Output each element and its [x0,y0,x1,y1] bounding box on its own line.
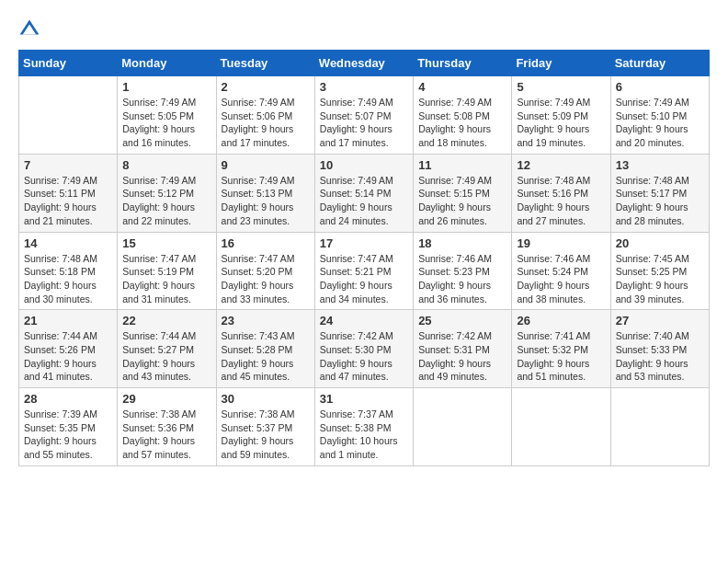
day-info: Sunrise: 7:49 AM Sunset: 5:09 PM Dayligh… [517,96,605,150]
day-info: Sunrise: 7:46 AM Sunset: 5:24 PM Dayligh… [517,252,605,306]
day-info: Sunrise: 7:46 AM Sunset: 5:23 PM Dayligh… [418,252,506,306]
calendar-week-row: 14Sunrise: 7:48 AM Sunset: 5:18 PM Dayli… [19,232,710,310]
day-of-week-header: Sunday [19,51,118,76]
day-number: 25 [418,314,506,327]
calendar-cell: 2Sunrise: 7:49 AM Sunset: 5:06 PM Daylig… [216,76,314,155]
calendar-week-row: 21Sunrise: 7:44 AM Sunset: 5:26 PM Dayli… [19,310,710,388]
day-number: 2 [222,80,310,94]
day-info: Sunrise: 7:49 AM Sunset: 5:10 PM Dayligh… [616,96,704,150]
day-number: 12 [517,158,605,172]
calendar-cell: 13Sunrise: 7:48 AM Sunset: 5:17 PM Dayli… [610,154,709,232]
day-number: 22 [122,314,210,327]
day-info: Sunrise: 7:49 AM Sunset: 5:05 PM Dayligh… [122,96,210,150]
calendar-cell: 15Sunrise: 7:47 AM Sunset: 5:19 PM Dayli… [118,232,216,310]
calendar-cell [512,388,610,466]
day-of-week-header: Tuesday [216,51,314,76]
calendar-cell: 30Sunrise: 7:38 AM Sunset: 5:37 PM Dayli… [216,388,314,466]
calendar-cell: 28Sunrise: 7:39 AM Sunset: 5:35 PM Dayli… [19,388,118,466]
calendar-cell: 21Sunrise: 7:44 AM Sunset: 5:26 PM Dayli… [19,310,118,388]
day-number: 31 [320,392,408,406]
day-of-week-header: Thursday [414,51,512,76]
day-info: Sunrise: 7:49 AM Sunset: 5:06 PM Dayligh… [222,96,310,150]
day-number: 24 [320,314,408,327]
calendar-cell [610,388,709,466]
calendar-table: SundayMondayTuesdayWednesdayThursdayFrid… [18,50,710,466]
day-info: Sunrise: 7:38 AM Sunset: 5:37 PM Dayligh… [222,408,310,462]
calendar-cell: 16Sunrise: 7:47 AM Sunset: 5:20 PM Dayli… [216,232,314,310]
day-info: Sunrise: 7:43 AM Sunset: 5:28 PM Dayligh… [222,329,310,384]
day-of-week-header: Monday [118,51,216,76]
day-number: 18 [418,236,506,250]
calendar-cell: 6Sunrise: 7:49 AM Sunset: 5:10 PM Daylig… [610,76,709,155]
logo-icon [18,18,40,40]
logo [18,18,44,40]
day-info: Sunrise: 7:49 AM Sunset: 5:15 PM Dayligh… [418,174,506,228]
day-info: Sunrise: 7:48 AM Sunset: 5:16 PM Dayligh… [517,174,605,228]
calendar-week-row: 1Sunrise: 7:49 AM Sunset: 5:05 PM Daylig… [19,76,710,155]
calendar-cell: 7Sunrise: 7:49 AM Sunset: 5:11 PM Daylig… [19,154,118,232]
day-number: 10 [320,158,408,172]
day-number: 27 [616,314,704,327]
day-info: Sunrise: 7:42 AM Sunset: 5:31 PM Dayligh… [418,329,506,384]
header [18,18,710,40]
calendar-cell: 17Sunrise: 7:47 AM Sunset: 5:21 PM Dayli… [314,232,413,310]
day-info: Sunrise: 7:49 AM Sunset: 5:07 PM Dayligh… [320,96,408,150]
calendar-cell: 22Sunrise: 7:44 AM Sunset: 5:27 PM Dayli… [118,310,216,388]
calendar-cell: 23Sunrise: 7:43 AM Sunset: 5:28 PM Dayli… [216,310,314,388]
calendar-week-row: 28Sunrise: 7:39 AM Sunset: 5:35 PM Dayli… [19,388,710,466]
calendar-cell: 24Sunrise: 7:42 AM Sunset: 5:30 PM Dayli… [314,310,413,388]
day-number: 14 [24,236,112,250]
calendar-cell: 25Sunrise: 7:42 AM Sunset: 5:31 PM Dayli… [414,310,512,388]
day-number: 21 [24,314,112,327]
calendar-cell: 5Sunrise: 7:49 AM Sunset: 5:09 PM Daylig… [512,76,610,155]
day-info: Sunrise: 7:49 AM Sunset: 5:08 PM Dayligh… [418,96,506,150]
day-info: Sunrise: 7:40 AM Sunset: 5:33 PM Dayligh… [616,329,704,384]
day-number: 3 [320,80,408,94]
calendar-cell: 27Sunrise: 7:40 AM Sunset: 5:33 PM Dayli… [610,310,709,388]
day-info: Sunrise: 7:49 AM Sunset: 5:11 PM Dayligh… [24,174,112,228]
calendar-cell: 8Sunrise: 7:49 AM Sunset: 5:12 PM Daylig… [118,154,216,232]
day-number: 6 [616,80,704,94]
day-number: 13 [616,158,704,172]
day-number: 20 [616,236,704,250]
calendar-week-row: 7Sunrise: 7:49 AM Sunset: 5:11 PM Daylig… [19,154,710,232]
day-info: Sunrise: 7:48 AM Sunset: 5:17 PM Dayligh… [616,174,704,228]
day-info: Sunrise: 7:41 AM Sunset: 5:32 PM Dayligh… [517,329,605,384]
day-info: Sunrise: 7:39 AM Sunset: 5:35 PM Dayligh… [24,408,112,462]
calendar-cell: 20Sunrise: 7:45 AM Sunset: 5:25 PM Dayli… [610,232,709,310]
day-number: 29 [122,392,210,406]
day-info: Sunrise: 7:47 AM Sunset: 5:19 PM Dayligh… [122,252,210,306]
day-of-week-header: Saturday [610,51,709,76]
day-number: 23 [222,314,310,327]
day-info: Sunrise: 7:45 AM Sunset: 5:25 PM Dayligh… [616,252,704,306]
day-info: Sunrise: 7:44 AM Sunset: 5:26 PM Dayligh… [24,329,112,384]
day-number: 16 [222,236,310,250]
day-number: 7 [24,158,112,172]
day-info: Sunrise: 7:49 AM Sunset: 5:13 PM Dayligh… [222,174,310,228]
calendar-cell [414,388,512,466]
calendar-cell: 9Sunrise: 7:49 AM Sunset: 5:13 PM Daylig… [216,154,314,232]
day-number: 19 [517,236,605,250]
day-of-week-header: Wednesday [314,51,413,76]
calendar-cell: 3Sunrise: 7:49 AM Sunset: 5:07 PM Daylig… [314,76,413,155]
day-number: 17 [320,236,408,250]
day-info: Sunrise: 7:49 AM Sunset: 5:12 PM Dayligh… [122,174,210,228]
day-number: 28 [24,392,112,406]
calendar-cell: 29Sunrise: 7:38 AM Sunset: 5:36 PM Dayli… [118,388,216,466]
day-number: 30 [222,392,310,406]
calendar-cell: 11Sunrise: 7:49 AM Sunset: 5:15 PM Dayli… [414,154,512,232]
calendar-header-row: SundayMondayTuesdayWednesdayThursdayFrid… [19,51,710,76]
day-info: Sunrise: 7:47 AM Sunset: 5:20 PM Dayligh… [222,252,310,306]
day-of-week-header: Friday [512,51,610,76]
day-number: 5 [517,80,605,94]
calendar-cell: 14Sunrise: 7:48 AM Sunset: 5:18 PM Dayli… [19,232,118,310]
day-number: 9 [222,158,310,172]
day-info: Sunrise: 7:48 AM Sunset: 5:18 PM Dayligh… [24,252,112,306]
calendar-cell: 31Sunrise: 7:37 AM Sunset: 5:38 PM Dayli… [314,388,413,466]
calendar-cell: 12Sunrise: 7:48 AM Sunset: 5:16 PM Dayli… [512,154,610,232]
day-info: Sunrise: 7:44 AM Sunset: 5:27 PM Dayligh… [122,329,210,384]
day-info: Sunrise: 7:37 AM Sunset: 5:38 PM Dayligh… [320,408,408,462]
day-info: Sunrise: 7:49 AM Sunset: 5:14 PM Dayligh… [320,174,408,228]
calendar-cell [19,76,118,155]
day-number: 11 [418,158,506,172]
